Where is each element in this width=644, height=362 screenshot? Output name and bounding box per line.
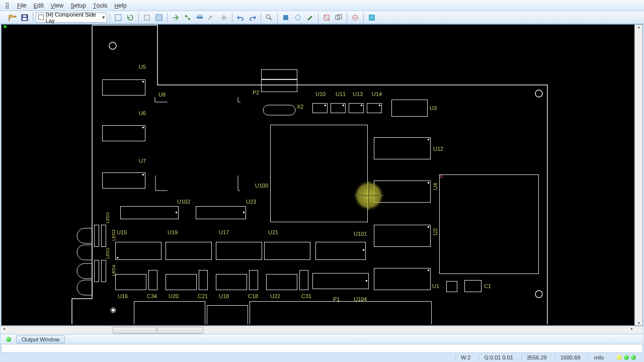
tool-btn-7[interactable] <box>206 12 217 23</box>
output-window-button[interactable]: Output Window <box>16 335 65 343</box>
comp-u12[interactable] <box>374 137 431 159</box>
tool-btn-1[interactable] <box>113 12 124 23</box>
svg-rect-3 <box>115 15 121 21</box>
comp-u2[interactable] <box>374 225 431 247</box>
output-window-bar: Output Window <box>1 334 643 344</box>
tool-btn-10[interactable] <box>292 12 303 23</box>
comp-u17[interactable] <box>216 242 262 260</box>
led1-pkg[interactable] <box>94 225 99 247</box>
svg-rect-2 <box>23 15 26 17</box>
comp-u4[interactable] <box>374 180 431 203</box>
redo-button[interactable] <box>247 12 258 23</box>
vertical-scrollbar[interactable] <box>634 25 642 325</box>
comp-u102[interactable] <box>120 206 179 219</box>
save-button[interactable] <box>19 12 30 23</box>
menubar: ⣿ File Edit View Setup Tools Help <box>0 0 644 11</box>
comp-u19[interactable] <box>166 242 212 260</box>
comp-p2b[interactable] <box>261 79 297 92</box>
svg-rect-5 <box>156 15 162 21</box>
tool-btn-12[interactable] <box>321 12 332 23</box>
undo-button[interactable] <box>235 12 246 23</box>
comp-u3[interactable] <box>391 100 428 117</box>
comp-u16[interactable] <box>115 274 146 290</box>
comp-p1c[interactable] <box>250 301 432 324</box>
comp-u23[interactable] <box>196 206 246 219</box>
comp-c31[interactable] <box>299 270 308 290</box>
comp-u21[interactable] <box>264 242 310 260</box>
status-led-2[interactable] <box>624 355 629 360</box>
svg-rect-15 <box>369 15 375 21</box>
status-led-3[interactable] <box>631 355 636 360</box>
hscroll-thumb[interactable] <box>113 327 203 334</box>
statusbar: W:2 G:0.01 0.01 3556.29 1600.69 mils <box>0 353 644 362</box>
layer-select[interactable]: (H) Component Side Lay <box>36 13 107 23</box>
svg-point-16 <box>109 42 116 49</box>
tool-btn-11[interactable] <box>304 12 315 23</box>
comp-u7[interactable] <box>102 172 145 189</box>
menu-edit[interactable]: Edit <box>34 2 44 9</box>
comp-u20[interactable] <box>166 274 197 290</box>
tool-btn-5[interactable] <box>182 12 193 23</box>
open-button[interactable] <box>7 12 18 23</box>
comp-u22[interactable] <box>266 274 297 290</box>
status-led-1[interactable] <box>617 355 622 360</box>
pin1-marker <box>440 175 443 178</box>
zoom-button[interactable] <box>264 12 275 23</box>
comp-u11[interactable] <box>331 103 346 113</box>
comp-c34[interactable] <box>148 270 157 290</box>
tool-btn-15[interactable] <box>366 12 377 23</box>
comp-u5[interactable] <box>102 79 145 96</box>
tool-btn-6[interactable] <box>194 12 205 23</box>
comp-p2a[interactable] <box>261 69 297 79</box>
comp-c21[interactable] <box>199 270 208 290</box>
led3-pkg[interactable] <box>101 225 106 247</box>
layer-swatch <box>38 15 44 20</box>
tool-btn-2[interactable] <box>141 12 152 23</box>
status-x: 3556.29 <box>521 354 552 360</box>
comp-u18[interactable] <box>216 274 247 290</box>
svg-rect-1 <box>23 18 27 20</box>
command-input[interactable] <box>1 344 643 353</box>
comp-u104[interactable] <box>312 273 369 289</box>
refresh-button[interactable] <box>125 12 136 23</box>
status-units: mils <box>588 354 609 360</box>
menu-view[interactable]: View <box>51 2 63 9</box>
tool-btn-9[interactable] <box>280 12 291 23</box>
svg-point-19 <box>112 309 115 312</box>
comp-p1a[interactable] <box>134 301 205 324</box>
tool-btn-14[interactable] <box>350 12 361 23</box>
comp-u14[interactable] <box>367 103 382 113</box>
comp-u1[interactable] <box>446 281 457 292</box>
status-grid: G:0.01 0.01 <box>478 354 518 360</box>
svg-rect-10 <box>283 15 288 20</box>
svg-rect-8 <box>197 17 203 19</box>
svg-point-9 <box>266 15 270 19</box>
comp-u100[interactable] <box>270 125 368 222</box>
comp-c18[interactable] <box>249 270 258 290</box>
tool-btn-4[interactable] <box>170 12 181 23</box>
comp-u101[interactable] <box>315 242 366 260</box>
tool-btn-3[interactable] <box>153 12 165 23</box>
menu-tools[interactable]: Tools <box>93 2 108 9</box>
comp-u1b[interactable] <box>374 268 431 290</box>
status-leds <box>612 355 641 360</box>
comp-big[interactable] <box>439 174 539 274</box>
menu-help[interactable]: Help <box>115 2 127 9</box>
comp-u15[interactable] <box>115 242 162 260</box>
tool-btn-13[interactable] <box>333 12 344 23</box>
layer-select-label: (H) Component Side Lay <box>46 12 105 24</box>
menu-setup[interactable]: Setup <box>70 2 86 9</box>
svg-point-18 <box>535 291 542 298</box>
tool-btn-8[interactable] <box>218 12 229 23</box>
led2-pkg[interactable] <box>94 260 99 282</box>
comp-u13[interactable] <box>349 103 364 113</box>
pcb-canvas[interactable]: U5 U6 U7 U8 P2 X2 U10 U11 U13 U14 U3 U10… <box>1 24 643 326</box>
comp-p1b[interactable] <box>207 305 248 324</box>
menu-file[interactable]: File <box>17 2 27 9</box>
toolbar: (H) Component Side Lay <box>0 11 644 24</box>
horizontal-scrollbar[interactable] <box>1 326 643 334</box>
comp-c1[interactable] <box>464 280 481 292</box>
comp-u10[interactable] <box>312 103 328 113</box>
comp-u6[interactable] <box>102 125 145 141</box>
led4-pkg[interactable] <box>101 260 106 282</box>
